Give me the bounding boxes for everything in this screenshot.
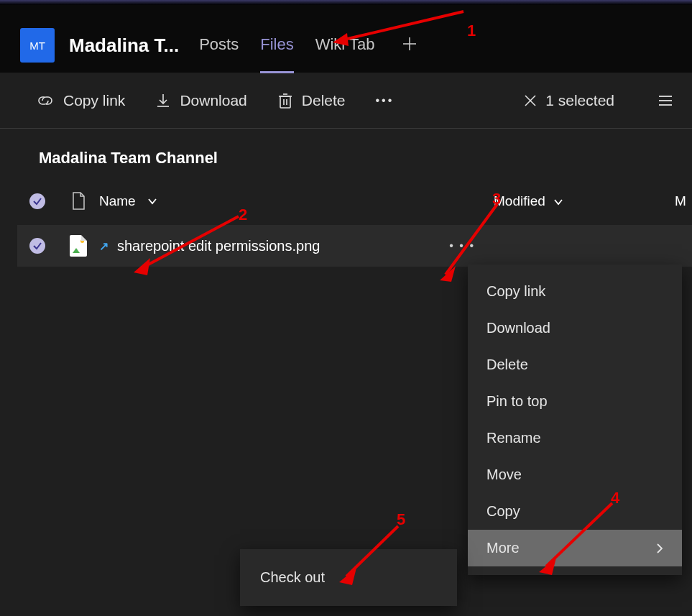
toolbar-more[interactable]: ••• — [375, 94, 394, 107]
plus-icon — [402, 36, 417, 52]
file-name: sharepoint edit permissions.png — [117, 238, 320, 254]
file-list: Name Modified M ↗ sharepoint edit permis… — [0, 178, 692, 267]
image-file-icon — [70, 235, 87, 257]
toolbar-overflow[interactable] — [659, 94, 672, 107]
column-header-name-label: Name — [99, 193, 136, 209]
window-top-strip — [0, 0, 692, 5]
channel-header: MT Madalina T... Posts Files Wiki Tab — [0, 5, 692, 73]
svg-marker-19 — [440, 266, 456, 282]
close-icon — [524, 94, 537, 107]
list-header-row: Name Modified M — [17, 178, 692, 225]
menu-rename[interactable]: Rename — [468, 420, 682, 456]
menu-more-label: More — [486, 540, 520, 556]
more-submenu: Check out — [240, 549, 457, 606]
menu-copy-label: Copy — [486, 503, 520, 520]
file-row[interactable]: ↗ sharepoint edit permissions.png • • • — [17, 225, 692, 267]
menu-move-label: Move — [486, 466, 522, 483]
tab-posts[interactable]: Posts — [199, 18, 239, 73]
list-icon — [659, 94, 672, 107]
menu-download[interactable]: Download — [468, 310, 682, 346]
column-header-modified-by[interactable]: M — [675, 193, 692, 209]
menu-copy[interactable]: Copy — [468, 493, 682, 530]
download-icon — [155, 93, 171, 109]
column-header-name[interactable]: Name — [99, 193, 488, 209]
share-indicator-icon: ↗ — [99, 239, 109, 253]
team-title: Madalina T... — [69, 35, 179, 57]
menu-delete-label: Delete — [486, 357, 528, 373]
tab-wiki[interactable]: Wiki Tab — [315, 18, 375, 73]
toolbar-download[interactable]: Download — [155, 92, 246, 109]
link-icon — [36, 93, 55, 108]
more-icon: ••• — [375, 94, 394, 107]
selection-count-label: 1 selected — [545, 92, 614, 109]
toolbar-copy-link-label: Copy link — [63, 92, 125, 109]
file-context-menu: Copy link Download Delete Pin to top Ren… — [468, 265, 682, 575]
toolbar-delete-label: Delete — [302, 92, 346, 109]
row-checkbox[interactable] — [29, 238, 45, 254]
toolbar-delete[interactable]: Delete — [277, 92, 346, 109]
chevron-right-icon — [656, 543, 663, 554]
menu-copy-link[interactable]: Copy link — [468, 273, 682, 310]
tab-files[interactable]: Files — [260, 18, 293, 73]
menu-more[interactable]: More — [468, 530, 682, 566]
chevron-down-icon — [553, 198, 563, 206]
column-header-modified-label: Modified — [494, 193, 545, 208]
annotation-5: 5 — [397, 510, 405, 529]
file-toolbar: Copy link Download Delete ••• 1 selected — [0, 73, 692, 129]
submenu-check-out[interactable]: Check out — [240, 558, 457, 597]
team-avatar-badge[interactable]: MT — [20, 28, 55, 63]
selection-indicator[interactable]: 1 selected — [524, 92, 614, 109]
channel-tabs: Posts Files Wiki Tab — [199, 18, 423, 73]
menu-download-label: Download — [486, 320, 550, 336]
select-all-checkbox[interactable] — [29, 193, 45, 209]
menu-rename-label: Rename — [486, 430, 541, 446]
menu-copy-link-label: Copy link — [486, 283, 545, 300]
row-more-button[interactable]: • • • — [436, 239, 488, 252]
toolbar-copy-link[interactable]: Copy link — [36, 92, 125, 109]
trash-icon — [277, 92, 293, 109]
chevron-down-icon — [147, 198, 157, 205]
column-header-modified[interactable]: Modified — [488, 193, 675, 209]
svg-rect-4 — [280, 96, 290, 108]
toolbar-download-label: Download — [180, 92, 246, 109]
breadcrumb[interactable]: Madalina Team Channel — [0, 129, 692, 178]
menu-move[interactable]: Move — [468, 456, 682, 493]
add-tab-button[interactable] — [396, 36, 423, 55]
menu-pin-label: Pin to top — [486, 393, 548, 410]
document-icon — [71, 192, 86, 211]
menu-delete[interactable]: Delete — [468, 346, 682, 383]
menu-pin-to-top[interactable]: Pin to top — [468, 383, 682, 420]
